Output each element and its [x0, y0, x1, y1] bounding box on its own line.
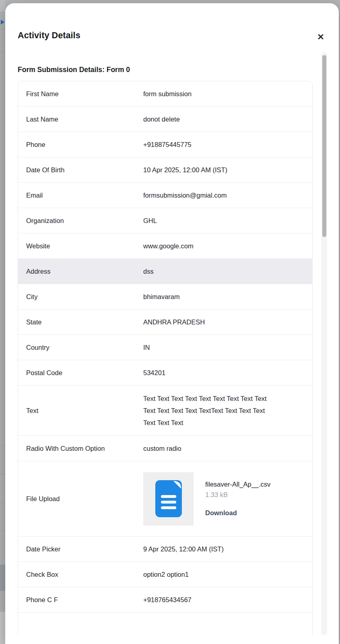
- field-value: Text Text Text Text Text Text Text Text …: [143, 392, 304, 429]
- field-label: Phone: [26, 141, 143, 149]
- activity-details-modal: Activity Details ✕ Form Submission Detai…: [5, 3, 339, 644]
- field-label: Address: [26, 268, 143, 275]
- table-row: Citybhimavaram: [18, 284, 312, 310]
- field-value: www.google.com: [143, 241, 304, 251]
- field-label: Radio With Custom Option: [26, 445, 143, 452]
- table-row: Last Namedonot delete: [18, 107, 312, 132]
- field-value: 10 Apr 2025, 12:00 AM (IST): [143, 165, 304, 175]
- field-label: Website: [26, 242, 143, 250]
- scrollbar-track[interactable]: [321, 52, 327, 635]
- field-value: form submission: [143, 89, 304, 99]
- download-link[interactable]: Download: [205, 509, 237, 517]
- field-value: GHL: [143, 216, 304, 225]
- table-row: Check Boxoption2 option1: [18, 562, 312, 587]
- field-value: option2 option1: [143, 570, 304, 579]
- backdrop-divider: [0, 446, 5, 446]
- backdrop-divider: [0, 52, 5, 53]
- field-label: Postal Code: [26, 369, 143, 377]
- field-label: City: [26, 293, 143, 301]
- table-row: StateANDHRA PRADESH: [18, 310, 312, 335]
- file-name: filesaver-All_Ap__.csv: [205, 481, 270, 488]
- field-value: 534201: [143, 368, 304, 378]
- table-row: TextText Text Text Text Text Text Text T…: [18, 386, 312, 436]
- scrollbar-thumb[interactable]: [322, 55, 326, 237]
- table-row: Addressdss: [18, 259, 312, 284]
- close-icon[interactable]: ✕: [315, 31, 326, 43]
- backdrop-divider: [0, 530, 5, 530]
- field-label: Organization: [26, 217, 143, 225]
- table-row: Postal Code534201: [18, 360, 312, 386]
- file-size: 1.33 kB: [205, 491, 270, 499]
- field-label: First Name: [26, 90, 143, 98]
- field-value: +918765434567: [143, 595, 304, 605]
- field-label: Date Of Birth: [26, 166, 143, 174]
- file-attachment: filesaver-All_Ap__.csv1.33 kBDownload: [143, 472, 304, 526]
- modal-title: Activity Details: [18, 31, 80, 41]
- field-label: Date Picker: [26, 545, 143, 553]
- document-icon: [155, 480, 182, 517]
- table-row: First Nameform submission: [18, 81, 312, 107]
- field-value: IN: [143, 343, 304, 352]
- table-row: Emailformsubmission@gmial.com: [18, 183, 312, 208]
- field-value: 9 Apr 2025, 12:00 AM (IST): [143, 544, 304, 554]
- field-label: Check Box: [26, 571, 143, 578]
- backdrop-divider: [0, 502, 5, 502]
- backdrop-selected-row: [0, 565, 5, 591]
- field-value: dss: [143, 266, 304, 276]
- table-row: Radio With Custom Optioncustom radio: [18, 436, 312, 461]
- table-row: Phone C F+918765434567: [18, 587, 312, 613]
- field-value: donot delete: [143, 114, 304, 124]
- field-value: bhimavaram: [143, 292, 304, 301]
- file-meta: filesaver-All_Ap__.csv1.33 kBDownload: [205, 481, 270, 517]
- sidebar-expand-arrow-icon: [1, 20, 4, 25]
- modal-scroll-area: Form Submission Details: Form 0 First Na…: [5, 52, 321, 635]
- field-value: formsubmission@gmial.com: [143, 190, 304, 200]
- backdrop-divider: [0, 29, 5, 29]
- table-row: Date Of Birth10 Apr 2025, 12:00 AM (IST): [18, 157, 312, 183]
- field-value: +918875445775: [143, 140, 304, 149]
- form-details-table: First Nameform submissionLast Namedonot …: [18, 81, 313, 635]
- field-label: Email: [26, 192, 143, 199]
- table-row-partial: [18, 613, 312, 635]
- table-row: CountryIN: [18, 335, 312, 360]
- table-row: Date Picker9 Apr 2025, 12:00 AM (IST): [18, 537, 312, 562]
- field-label: File Upload: [26, 495, 143, 503]
- field-label: Country: [26, 344, 143, 351]
- field-value: custom radio: [143, 444, 304, 453]
- field-label: Phone C F: [26, 596, 143, 604]
- section-title: Form Submission Details: Form 0: [18, 66, 321, 74]
- table-row: OrganizationGHL: [18, 208, 312, 233]
- file-thumbnail: [143, 472, 194, 526]
- field-label: Text: [26, 407, 143, 415]
- table-row: Phone+918875445775: [18, 132, 312, 157]
- table-row: Websitewww.google.com: [18, 233, 312, 259]
- table-row: File Uploadfilesaver-All_Ap__.csv1.33 kB…: [18, 461, 312, 537]
- field-label: State: [26, 318, 143, 326]
- backdrop-divider: [0, 474, 5, 474]
- field-label: Last Name: [26, 116, 143, 123]
- backdrop-divider: [0, 12, 5, 12]
- backdrop-header-strip: [0, 0, 5, 12]
- field-value: ANDHRA PRADESH: [143, 317, 304, 327]
- backdrop-footer-strip: [0, 612, 5, 644]
